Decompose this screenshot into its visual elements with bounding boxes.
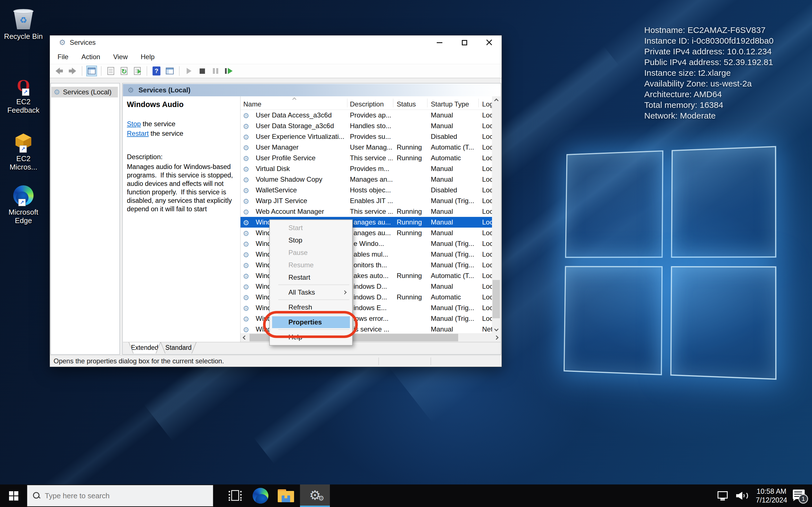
column-separator[interactable] [427, 99, 427, 107]
close-button[interactable] [477, 36, 502, 50]
show-action-pane-button[interactable] [164, 66, 175, 76]
close-icon [486, 40, 492, 46]
scroll-left-button[interactable] [241, 333, 249, 342]
cell-startup: Manual (Trig... [431, 313, 479, 324]
refresh-icon: ↻ [121, 67, 128, 75]
cell-logon: Loca [482, 292, 492, 302]
context-menu-item-refresh[interactable]: Refresh [270, 301, 352, 314]
service-row[interactable]: User Data Storage_a3c6dHandles sto...Man… [241, 121, 492, 131]
context-menu-item-properties[interactable]: Properties [270, 316, 352, 328]
column-header-1[interactable]: Description [350, 96, 393, 110]
task-view-button[interactable] [224, 485, 246, 507]
context-menu-item-restart[interactable]: Restart [270, 271, 352, 284]
scroll-down-button[interactable] [492, 325, 500, 333]
stop-service-button[interactable] [197, 66, 207, 76]
menubar-item-2[interactable]: View [107, 53, 134, 61]
cell-name: User Manager [256, 142, 348, 153]
help-toolbar-button[interactable]: ? [151, 66, 162, 76]
ec2-info-line: Private IPv4 address: 10.0.12.234 [644, 46, 774, 57]
taskbar-file-explorer-button[interactable] [275, 485, 297, 507]
volume-icon[interactable] [736, 491, 750, 501]
taskbar-services-button-active[interactable] [300, 485, 330, 507]
minimize-button[interactable] [427, 36, 452, 50]
service-row[interactable]: Web Account ManagerThis service ...Runni… [241, 206, 492, 217]
network-icon[interactable] [717, 491, 729, 501]
cell-description: Provides su... [350, 131, 393, 142]
back-button[interactable] [54, 66, 64, 76]
restart-service-link[interactable]: Restart [127, 129, 149, 137]
desktop-icon-ec2-feedback[interactable]: Q EC2 Feedback [2, 69, 45, 114]
service-row[interactable]: Volume Shadow CopyManages an...ManualLoc… [241, 174, 492, 185]
cell-startup: Automatic [431, 153, 479, 163]
shortcut-arrow-icon [18, 199, 26, 206]
column-header-0[interactable]: Name [243, 96, 345, 110]
scroll-right-button[interactable] [492, 333, 500, 342]
context-menu-item-stop[interactable]: Stop [270, 234, 352, 246]
service-row[interactable]: User Experience Virtualizati...Provides … [241, 131, 492, 142]
extended-description-pane: Windows Audio Stop the service Restart t… [125, 96, 239, 342]
minimize-icon [437, 42, 442, 43]
service-row[interactable]: User ManagerUser Manag...RunningAutomati… [241, 142, 492, 153]
menubar-item-3[interactable]: Help [134, 53, 161, 61]
restart-service-button[interactable] [223, 66, 234, 76]
service-row[interactable]: Warp JIT ServiceEnables JIT ...Manual (T… [241, 195, 492, 206]
service-row[interactable]: WalletServiceHosts objec...DisabledLoca [241, 185, 492, 195]
search-input[interactable] [45, 492, 197, 500]
service-row[interactable]: User Data Access_a3c6dProvides ap...Manu… [241, 110, 492, 121]
tree-item-services-local[interactable]: Services (Local) [51, 87, 118, 98]
context-menu-item-help[interactable]: Help [270, 331, 352, 343]
start-service-button[interactable] [184, 66, 194, 76]
forward-button[interactable] [67, 66, 78, 76]
cell-logon: Loca [482, 110, 492, 121]
service-row[interactable]: User Profile ServiceThis service ...Runn… [241, 153, 492, 163]
refresh-toolbar-button[interactable]: ↻ [119, 66, 130, 76]
taskbar-clock[interactable]: 10:58 AM 7/12/2024 [756, 487, 787, 504]
service-row[interactable]: Virtual DiskProvides m...ManualLoca [241, 163, 492, 174]
statusbar-divider [378, 357, 379, 365]
context-menu-item-all-tasks[interactable]: All Tasks [270, 286, 352, 298]
tab-extended[interactable]: Extended [129, 342, 160, 353]
column-header-2[interactable]: Status [397, 96, 428, 110]
cell-status: Running [397, 228, 428, 238]
stop-service-link[interactable]: Stop [127, 120, 141, 128]
vertical-scroll-thumb[interactable] [493, 280, 500, 318]
chevron-up-icon [494, 98, 499, 103]
cell-startup: Automatic [431, 292, 479, 302]
show-console-tree-button[interactable] [86, 66, 97, 76]
toolbar-separator [147, 66, 147, 76]
vertical-scrollbar[interactable] [492, 96, 500, 333]
chevron-down-icon [494, 327, 499, 331]
menubar-item-0[interactable]: File [51, 53, 75, 61]
taskbar-edge-button[interactable] [250, 485, 271, 507]
clock-time: 10:58 AM [756, 487, 787, 496]
taskbar-search[interactable] [27, 485, 213, 506]
desktop-icon-recycle-bin[interactable]: Recycle Bin [2, 4, 45, 41]
tab-standard[interactable]: Standard [161, 342, 196, 353]
context-menu-item-resume[interactable]: Resume [270, 259, 352, 271]
context-menu-item-start[interactable]: Start [270, 222, 352, 234]
cell-description: indows D... [354, 281, 396, 292]
start-button[interactable] [0, 485, 27, 507]
properties-toolbar-button[interactable] [105, 66, 116, 76]
notification-center-button[interactable]: 1 [792, 488, 808, 504]
context-menu-item-pause[interactable]: Pause [270, 246, 352, 259]
column-separator[interactable] [478, 99, 479, 107]
toolbar-separator [179, 66, 180, 76]
scroll-up-button[interactable] [492, 96, 500, 105]
desktop-icon-microsoft-edge[interactable]: Microsoft Edge [2, 180, 45, 225]
cell-startup: Manual [431, 121, 479, 131]
column-separator[interactable] [347, 99, 347, 107]
service-description: Manages audio for Windows-based programs… [127, 163, 238, 213]
pause-service-button[interactable] [210, 66, 221, 76]
pause-icon [213, 68, 218, 74]
cell-name: Volume Shadow Copy [256, 174, 348, 185]
menubar-item-1[interactable]: Action [75, 53, 107, 61]
service-gear-icon [243, 271, 249, 282]
maximize-button[interactable] [452, 36, 477, 50]
stop-service-line: Stop the service [127, 119, 239, 129]
export-list-button[interactable] [132, 66, 143, 76]
clock-date: 7/12/2024 [756, 496, 787, 504]
desktop-icon-ec2-microsoft[interactable]: EC2 Micros... [2, 126, 45, 171]
column-header-3[interactable]: Startup Type [431, 96, 479, 110]
column-separator[interactable] [393, 99, 393, 107]
